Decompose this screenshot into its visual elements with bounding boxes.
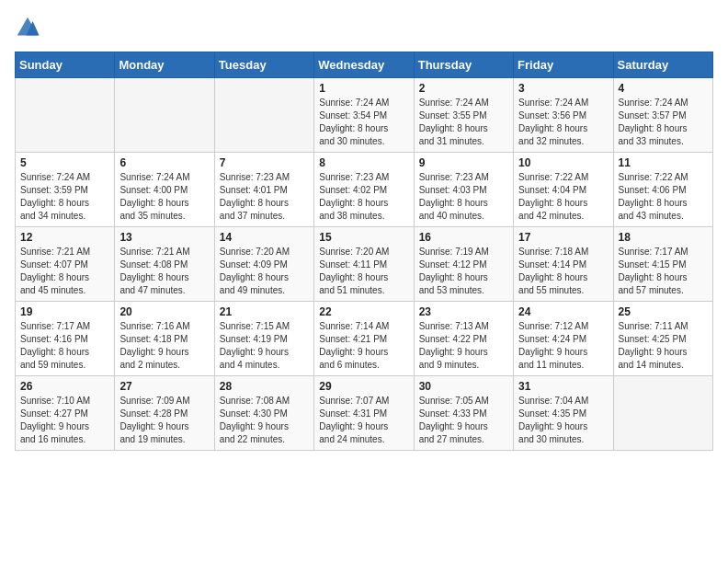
day-info: Sunrise: 7:22 AM Sunset: 4:04 PM Dayligh… xyxy=(518,171,608,223)
calendar-cell: 17Sunrise: 7:18 AM Sunset: 4:14 PM Dayli… xyxy=(514,227,613,302)
day-number: 9 xyxy=(419,156,508,169)
day-number: 19 xyxy=(20,305,109,318)
day-number: 27 xyxy=(119,380,209,393)
day-info: Sunrise: 7:14 AM Sunset: 4:21 PM Dayligh… xyxy=(319,320,408,372)
day-info: Sunrise: 7:22 AM Sunset: 4:06 PM Dayligh… xyxy=(619,171,708,223)
day-info: Sunrise: 7:11 AM Sunset: 4:25 PM Dayligh… xyxy=(619,320,708,372)
day-info: Sunrise: 7:24 AM Sunset: 3:57 PM Dayligh… xyxy=(619,97,708,148)
weekday-header-thursday: Thursday xyxy=(414,52,513,78)
calendar-cell: 25Sunrise: 7:11 AM Sunset: 4:25 PM Dayli… xyxy=(613,302,712,376)
day-info: Sunrise: 7:12 AM Sunset: 4:24 PM Dayligh… xyxy=(518,320,608,372)
calendar-cell: 3Sunrise: 7:24 AM Sunset: 3:56 PM Daylig… xyxy=(514,78,613,153)
calendar-cell xyxy=(16,78,115,153)
day-info: Sunrise: 7:19 AM Sunset: 4:12 PM Dayligh… xyxy=(419,246,508,297)
day-info: Sunrise: 7:18 AM Sunset: 4:14 PM Dayligh… xyxy=(518,246,608,297)
day-info: Sunrise: 7:20 AM Sunset: 4:09 PM Dayligh… xyxy=(220,246,309,297)
day-info: Sunrise: 7:16 AM Sunset: 4:18 PM Dayligh… xyxy=(119,320,209,372)
day-info: Sunrise: 7:24 AM Sunset: 3:54 PM Dayligh… xyxy=(319,97,408,148)
day-info: Sunrise: 7:10 AM Sunset: 4:27 PM Dayligh… xyxy=(20,395,109,446)
day-number: 29 xyxy=(319,380,408,393)
day-info: Sunrise: 7:24 AM Sunset: 3:59 PM Dayligh… xyxy=(20,171,109,223)
day-info: Sunrise: 7:17 AM Sunset: 4:16 PM Dayligh… xyxy=(20,320,109,372)
calendar-cell: 9Sunrise: 7:23 AM Sunset: 4:03 PM Daylig… xyxy=(414,153,513,227)
weekday-header-wednesday: Wednesday xyxy=(314,52,414,78)
day-number: 31 xyxy=(518,380,608,393)
page-header xyxy=(15,15,713,40)
day-number: 30 xyxy=(419,380,508,393)
day-number: 23 xyxy=(419,305,508,318)
logo-icon xyxy=(15,15,40,40)
day-number: 7 xyxy=(220,156,309,169)
day-number: 10 xyxy=(518,156,608,169)
weekday-header-monday: Monday xyxy=(115,52,214,78)
day-info: Sunrise: 7:15 AM Sunset: 4:19 PM Dayligh… xyxy=(220,320,309,372)
calendar-week-2: 5Sunrise: 7:24 AM Sunset: 3:59 PM Daylig… xyxy=(16,153,713,227)
day-info: Sunrise: 7:23 AM Sunset: 4:03 PM Dayligh… xyxy=(419,171,508,223)
day-info: Sunrise: 7:21 AM Sunset: 4:08 PM Dayligh… xyxy=(119,246,209,297)
calendar-week-1: 1Sunrise: 7:24 AM Sunset: 3:54 PM Daylig… xyxy=(16,78,713,153)
day-number: 11 xyxy=(619,156,708,169)
day-info: Sunrise: 7:13 AM Sunset: 4:22 PM Dayligh… xyxy=(419,320,508,372)
calendar-week-4: 19Sunrise: 7:17 AM Sunset: 4:16 PM Dayli… xyxy=(16,302,713,376)
day-number: 24 xyxy=(518,305,608,318)
calendar-cell: 10Sunrise: 7:22 AM Sunset: 4:04 PM Dayli… xyxy=(514,153,613,227)
calendar-body: 1Sunrise: 7:24 AM Sunset: 3:54 PM Daylig… xyxy=(16,78,713,451)
day-number: 8 xyxy=(319,156,408,169)
calendar-cell: 12Sunrise: 7:21 AM Sunset: 4:07 PM Dayli… xyxy=(16,227,115,302)
calendar-cell: 16Sunrise: 7:19 AM Sunset: 4:12 PM Dayli… xyxy=(414,227,513,302)
calendar-cell: 6Sunrise: 7:24 AM Sunset: 4:00 PM Daylig… xyxy=(115,153,214,227)
day-info: Sunrise: 7:05 AM Sunset: 4:33 PM Dayligh… xyxy=(419,395,508,446)
day-number: 12 xyxy=(20,231,109,244)
calendar-table: SundayMondayTuesdayWednesdayThursdayFrid… xyxy=(15,52,713,451)
day-number: 6 xyxy=(119,156,209,169)
calendar-cell: 7Sunrise: 7:23 AM Sunset: 4:01 PM Daylig… xyxy=(214,153,313,227)
calendar-cell: 15Sunrise: 7:20 AM Sunset: 4:11 PM Dayli… xyxy=(314,227,414,302)
weekday-header-sunday: Sunday xyxy=(16,52,115,78)
day-number: 28 xyxy=(220,380,309,393)
day-number: 1 xyxy=(319,82,408,95)
calendar-cell: 27Sunrise: 7:09 AM Sunset: 4:28 PM Dayli… xyxy=(115,376,214,451)
day-info: Sunrise: 7:09 AM Sunset: 4:28 PM Dayligh… xyxy=(119,395,209,446)
weekday-row: SundayMondayTuesdayWednesdayThursdayFrid… xyxy=(16,52,713,78)
day-number: 26 xyxy=(20,380,109,393)
day-number: 21 xyxy=(220,305,309,318)
calendar-cell: 28Sunrise: 7:08 AM Sunset: 4:30 PM Dayli… xyxy=(214,376,313,451)
calendar-cell: 8Sunrise: 7:23 AM Sunset: 4:02 PM Daylig… xyxy=(314,153,414,227)
day-number: 4 xyxy=(619,82,708,95)
weekday-header-saturday: Saturday xyxy=(613,52,712,78)
calendar-cell: 20Sunrise: 7:16 AM Sunset: 4:18 PM Dayli… xyxy=(115,302,214,376)
calendar-week-3: 12Sunrise: 7:21 AM Sunset: 4:07 PM Dayli… xyxy=(16,227,713,302)
day-number: 2 xyxy=(419,82,508,95)
calendar-cell: 31Sunrise: 7:04 AM Sunset: 4:35 PM Dayli… xyxy=(514,376,613,451)
day-number: 17 xyxy=(518,231,608,244)
calendar-week-5: 26Sunrise: 7:10 AM Sunset: 4:27 PM Dayli… xyxy=(16,376,713,451)
calendar-cell: 22Sunrise: 7:14 AM Sunset: 4:21 PM Dayli… xyxy=(314,302,414,376)
day-info: Sunrise: 7:21 AM Sunset: 4:07 PM Dayligh… xyxy=(20,246,109,297)
calendar-cell: 5Sunrise: 7:24 AM Sunset: 3:59 PM Daylig… xyxy=(16,153,115,227)
day-info: Sunrise: 7:17 AM Sunset: 4:15 PM Dayligh… xyxy=(619,246,708,297)
calendar-cell: 30Sunrise: 7:05 AM Sunset: 4:33 PM Dayli… xyxy=(414,376,513,451)
day-number: 25 xyxy=(619,305,708,318)
day-info: Sunrise: 7:24 AM Sunset: 4:00 PM Dayligh… xyxy=(119,171,209,223)
calendar-cell: 18Sunrise: 7:17 AM Sunset: 4:15 PM Dayli… xyxy=(613,227,712,302)
calendar-cell: 23Sunrise: 7:13 AM Sunset: 4:22 PM Dayli… xyxy=(414,302,513,376)
calendar-cell: 14Sunrise: 7:20 AM Sunset: 4:09 PM Dayli… xyxy=(214,227,313,302)
calendar-cell: 1Sunrise: 7:24 AM Sunset: 3:54 PM Daylig… xyxy=(314,78,414,153)
day-number: 15 xyxy=(319,231,408,244)
calendar-cell: 11Sunrise: 7:22 AM Sunset: 4:06 PM Dayli… xyxy=(613,153,712,227)
calendar-cell xyxy=(214,78,313,153)
day-number: 22 xyxy=(319,305,408,318)
calendar-cell: 24Sunrise: 7:12 AM Sunset: 4:24 PM Dayli… xyxy=(514,302,613,376)
day-number: 16 xyxy=(419,231,508,244)
calendar-cell: 26Sunrise: 7:10 AM Sunset: 4:27 PM Dayli… xyxy=(16,376,115,451)
calendar-cell: 19Sunrise: 7:17 AM Sunset: 4:16 PM Dayli… xyxy=(16,302,115,376)
day-info: Sunrise: 7:04 AM Sunset: 4:35 PM Dayligh… xyxy=(518,395,608,446)
day-number: 20 xyxy=(119,305,209,318)
day-number: 5 xyxy=(20,156,109,169)
logo xyxy=(15,15,44,40)
calendar-cell: 13Sunrise: 7:21 AM Sunset: 4:08 PM Dayli… xyxy=(115,227,214,302)
weekday-header-tuesday: Tuesday xyxy=(214,52,313,78)
day-info: Sunrise: 7:08 AM Sunset: 4:30 PM Dayligh… xyxy=(220,395,309,446)
day-number: 14 xyxy=(220,231,309,244)
weekday-header-friday: Friday xyxy=(514,52,613,78)
